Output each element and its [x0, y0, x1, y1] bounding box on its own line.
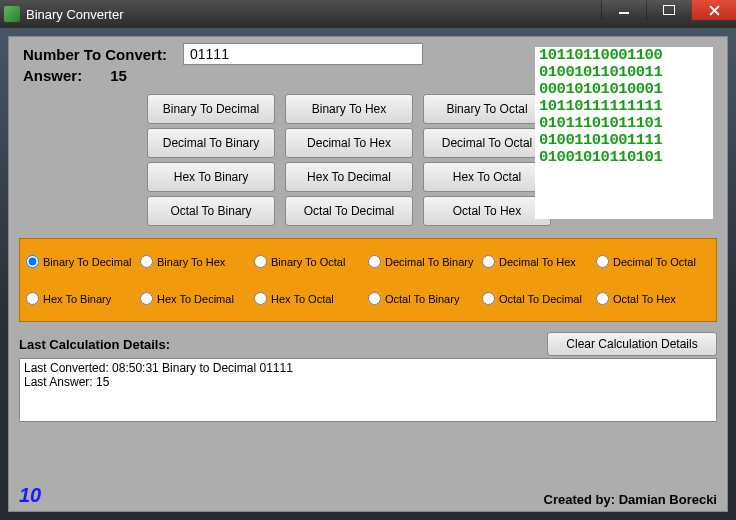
radio-input[interactable]: [26, 255, 39, 268]
clear-details-button[interactable]: Clear Calculation Details: [547, 332, 717, 356]
radio-label: Binary To Hex: [157, 256, 225, 268]
title-bar: Binary Converter: [0, 0, 736, 28]
radio-input[interactable]: [254, 292, 267, 305]
footer-credit: Created by: Damian Borecki: [544, 492, 717, 507]
app-icon: [4, 6, 20, 22]
radio-hex-to-octal[interactable]: Hex To Octal: [254, 280, 368, 317]
radio-label: Decimal To Octal: [613, 256, 696, 268]
radio-input[interactable]: [368, 255, 381, 268]
radio-input[interactable]: [368, 292, 381, 305]
radio-label: Binary To Octal: [271, 256, 345, 268]
radio-input[interactable]: [140, 292, 153, 305]
convert-button-hex-to-binary[interactable]: Hex To Binary: [147, 162, 275, 192]
number-to-convert-label: Number To Convert:: [23, 46, 183, 63]
radio-panel: Binary To DecimalBinary To HexBinary To …: [19, 238, 717, 322]
convert-button-octal-to-hex[interactable]: Octal To Hex: [423, 196, 551, 226]
radio-label: Hex To Octal: [271, 293, 334, 305]
convert-button-decimal-to-binary[interactable]: Decimal To Binary: [147, 128, 275, 158]
radio-octal-to-hex[interactable]: Octal To Hex: [596, 280, 710, 317]
radio-label: Octal To Hex: [613, 293, 676, 305]
radio-label: Binary To Decimal: [43, 256, 131, 268]
details-box: Last Converted: 08:50:31 Binary to Decim…: [19, 358, 717, 422]
radio-input[interactable]: [26, 292, 39, 305]
radio-decimal-to-octal[interactable]: Decimal To Octal: [596, 243, 710, 280]
radio-label: Decimal To Hex: [499, 256, 576, 268]
radio-input[interactable]: [596, 255, 609, 268]
convert-button-decimal-to-octal[interactable]: Decimal To Octal: [423, 128, 551, 158]
radio-decimal-to-hex[interactable]: Decimal To Hex: [482, 243, 596, 280]
radio-input[interactable]: [482, 292, 495, 305]
radio-octal-to-decimal[interactable]: Octal To Decimal: [482, 280, 596, 317]
convert-button-binary-to-hex[interactable]: Binary To Hex: [285, 94, 413, 124]
convert-button-decimal-to-hex[interactable]: Decimal To Hex: [285, 128, 413, 158]
radio-binary-to-octal[interactable]: Binary To Octal: [254, 243, 368, 280]
details-line1: Last Converted: 08:50:31 Binary to Decim…: [24, 361, 712, 375]
convert-button-hex-to-decimal[interactable]: Hex To Decimal: [285, 162, 413, 192]
radio-hex-to-binary[interactable]: Hex To Binary: [26, 280, 140, 317]
radio-octal-to-binary[interactable]: Octal To Binary: [368, 280, 482, 317]
radio-label: Hex To Decimal: [157, 293, 234, 305]
radio-label: Hex To Binary: [43, 293, 111, 305]
radio-input[interactable]: [140, 255, 153, 268]
details-line2: Last Answer: 15: [24, 375, 712, 389]
number-input[interactable]: [183, 43, 423, 65]
details-heading: Last Calculation Details:: [19, 337, 170, 352]
convert-button-octal-to-decimal[interactable]: Octal To Decimal: [285, 196, 413, 226]
radio-decimal-to-binary[interactable]: Decimal To Binary: [368, 243, 482, 280]
radio-binary-to-hex[interactable]: Binary To Hex: [140, 243, 254, 280]
radio-label: Octal To Binary: [385, 293, 459, 305]
radio-label: Octal To Decimal: [499, 293, 582, 305]
radio-label: Decimal To Binary: [385, 256, 473, 268]
answer-value: 15: [110, 67, 127, 84]
close-button[interactable]: [691, 0, 736, 20]
window-title: Binary Converter: [26, 7, 124, 22]
convert-button-grid: Binary To DecimalBinary To HexBinary To …: [147, 94, 557, 226]
radio-input[interactable]: [254, 255, 267, 268]
convert-button-binary-to-decimal[interactable]: Binary To Decimal: [147, 94, 275, 124]
radio-input[interactable]: [596, 292, 609, 305]
client-area: Number To Convert: Answer: 15 1011011000…: [8, 36, 728, 512]
answer-label: Answer:: [23, 67, 82, 84]
convert-button-octal-to-binary[interactable]: Octal To Binary: [147, 196, 275, 226]
radio-input[interactable]: [482, 255, 495, 268]
maximize-button[interactable]: [646, 0, 691, 20]
convert-button-binary-to-octal[interactable]: Binary To Octal: [423, 94, 551, 124]
radio-binary-to-decimal[interactable]: Binary To Decimal: [26, 243, 140, 280]
binary-art: 1011011000110001001011010011000101010100…: [535, 47, 713, 219]
convert-button-hex-to-octal[interactable]: Hex To Octal: [423, 162, 551, 192]
footer-counter: 10: [19, 484, 41, 507]
minimize-button[interactable]: [601, 0, 646, 20]
radio-hex-to-decimal[interactable]: Hex To Decimal: [140, 280, 254, 317]
